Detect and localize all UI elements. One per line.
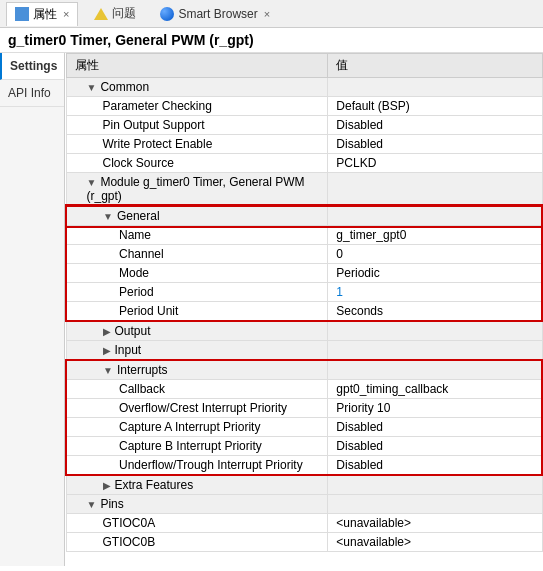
arrow-input	[103, 345, 111, 356]
arrow-interrupts	[103, 365, 113, 376]
tab-smart-browser-close[interactable]: ×	[264, 8, 270, 20]
arrow-module	[87, 177, 97, 188]
properties-table: 属性 值 Common Parameter Checking Default (…	[65, 53, 543, 552]
sidebar: Settings API Info	[0, 53, 65, 566]
tab-properties-label: 属性	[33, 6, 57, 23]
row-name[interactable]: Name g_timer_gpt0	[66, 226, 542, 245]
tab-issues[interactable]: 问题	[86, 2, 144, 26]
section-output[interactable]: Output	[66, 321, 542, 341]
main-layout: Settings API Info 属性 值 Common	[0, 53, 543, 566]
sidebar-item-settings[interactable]: Settings	[0, 53, 64, 80]
properties-icon	[15, 7, 29, 21]
row-parameter-checking[interactable]: Parameter Checking Default (BSP)	[66, 97, 542, 116]
issues-icon	[94, 8, 108, 20]
section-input[interactable]: Input	[66, 341, 542, 361]
tab-properties[interactable]: 属性 ×	[6, 2, 78, 26]
row-capture-b[interactable]: Capture B Interrupt Priority Disabled	[66, 437, 542, 456]
row-write-protect[interactable]: Write Protect Enable Disabled	[66, 135, 542, 154]
row-gtioc0b[interactable]: GTIOC0B <unavailable>	[66, 533, 542, 552]
section-interrupts[interactable]: Interrupts	[66, 360, 542, 380]
arrow-extra	[103, 480, 111, 491]
row-mode[interactable]: Mode Periodic	[66, 264, 542, 283]
row-pin-output-support[interactable]: Pin Output Support Disabled	[66, 116, 542, 135]
row-underflow-priority[interactable]: Underflow/Trough Interrupt Priority Disa…	[66, 456, 542, 476]
row-channel[interactable]: Channel 0	[66, 245, 542, 264]
arrow-pins	[87, 499, 97, 510]
arrow-output	[103, 326, 111, 337]
arrow-common	[87, 82, 97, 93]
period-value: 1	[336, 285, 343, 299]
tab-properties-close[interactable]: ×	[63, 8, 69, 20]
sidebar-item-api-info[interactable]: API Info	[0, 80, 64, 107]
table-header-row: 属性 值	[66, 54, 542, 78]
col-value: 值	[328, 54, 542, 78]
content-area[interactable]: 属性 值 Common Parameter Checking Default (…	[65, 53, 543, 566]
row-callback[interactable]: Callback gpt0_timing_callback	[66, 380, 542, 399]
title-bar: 属性 × 问题 Smart Browser ×	[0, 0, 543, 28]
browser-icon	[160, 7, 174, 21]
page-title: g_timer0 Timer, General PWM (r_gpt)	[0, 28, 543, 53]
section-module[interactable]: Module g_timer0 Timer, General PWM (r_gp…	[66, 173, 542, 207]
row-period[interactable]: Period 1	[66, 283, 542, 302]
section-common[interactable]: Common	[66, 78, 542, 97]
row-capture-a[interactable]: Capture A Interrupt Priority Disabled	[66, 418, 542, 437]
section-extra[interactable]: Extra Features	[66, 475, 542, 495]
row-clock-source[interactable]: Clock Source PCLKD	[66, 154, 542, 173]
row-overflow-priority[interactable]: Overflow/Crest Interrupt Priority Priori…	[66, 399, 542, 418]
section-general[interactable]: General	[66, 206, 542, 226]
tab-smart-browser[interactable]: Smart Browser ×	[152, 2, 278, 26]
properties-table-wrapper: 属性 值 Common Parameter Checking Default (…	[65, 53, 543, 552]
section-pins[interactable]: Pins	[66, 495, 542, 514]
tab-issues-label: 问题	[112, 5, 136, 22]
row-gtioc0a[interactable]: GTIOC0A <unavailable>	[66, 514, 542, 533]
tab-smart-browser-label: Smart Browser	[178, 7, 257, 21]
row-period-unit[interactable]: Period Unit Seconds	[66, 302, 542, 322]
col-property: 属性	[66, 54, 328, 78]
arrow-general	[103, 211, 113, 222]
